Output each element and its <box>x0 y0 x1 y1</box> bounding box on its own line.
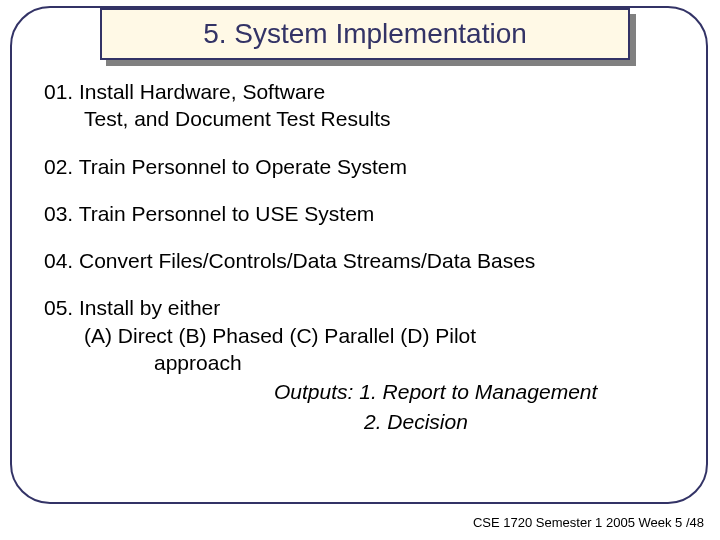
title-box: 5. System Implementation <box>100 8 630 60</box>
item1-line1: 01. Install Hardware, Software <box>44 78 684 105</box>
item5-line1: 05. Install by either <box>44 294 684 321</box>
slide-footer: CSE 1720 Semester 1 2005 Week 5 /48 <box>473 515 704 530</box>
slide-title: 5. System Implementation <box>203 18 527 50</box>
outputs-line1: Outputs: 1. Report to Management <box>44 378 684 405</box>
slide-content: 01. Install Hardware, Software Test, and… <box>44 78 684 435</box>
item1-line2: Test, and Document Test Results <box>44 105 684 132</box>
list-item-3: 03. Train Personnel to USE System <box>44 200 684 227</box>
item5-line2: (A) Direct (B) Phased (C) Parallel (D) P… <box>44 322 684 349</box>
list-item-1: 01. Install Hardware, Software Test, and… <box>44 78 684 133</box>
item5-line3: approach <box>44 349 684 376</box>
outputs-line2: 2. Decision <box>44 408 684 435</box>
list-item-2: 02. Train Personnel to Operate System <box>44 153 684 180</box>
list-item-4: 04. Convert Files/Controls/Data Streams/… <box>44 247 684 274</box>
list-item-5: 05. Install by either (A) Direct (B) Pha… <box>44 294 684 376</box>
